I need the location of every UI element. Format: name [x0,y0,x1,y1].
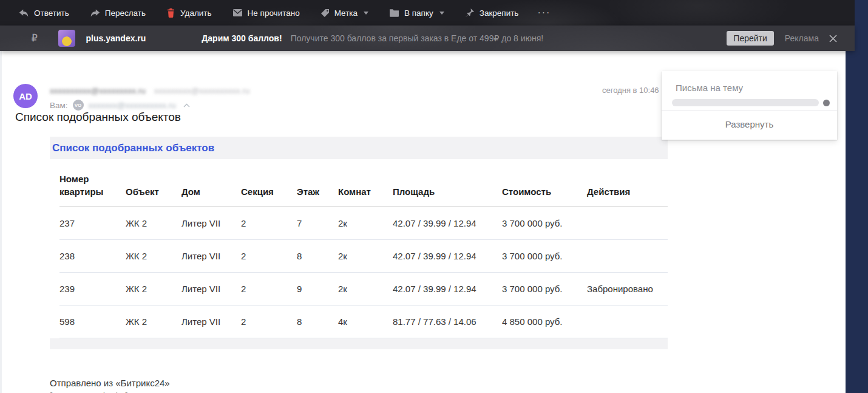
pin-label: Закрепить [480,9,519,18]
column-header: Номер квартиры [59,159,126,207]
to-label: Вам: [50,101,68,110]
cell-section: 2 [241,207,297,240]
table-row: 238 ЖК 2 Литер VII 2 8 2к 42.07 / 39.99 … [59,240,668,273]
column-header: Секция [241,159,297,207]
cell-building: Литер VII [181,207,241,240]
cell-price: 4 850 000 руб. [502,306,587,338]
cell-apartment-number: 238 [59,240,126,273]
table-row: 239 ЖК 2 Литер VII 2 9 2к 42.07 / 39.99 … [59,273,668,306]
redacted-meta-dot [823,100,830,106]
reply-label: Ответить [34,9,69,18]
cell-actions [587,240,668,273]
pin-button[interactable]: Закрепить [455,0,529,26]
table-row: 237 ЖК 2 Литер VII 2 7 2к 42.07 / 39.99 … [59,207,668,240]
delete-button[interactable]: Удалить [156,0,222,26]
column-header: Дом [181,159,241,207]
email-bottom-band [50,338,668,349]
cell-rooms: 2к [338,207,393,240]
cell-rooms: 4к [338,306,393,338]
cell-building: Литер VII [181,306,241,338]
cell-object: ЖК 2 [126,306,181,338]
cell-price: 3 700 000 руб. [502,273,587,306]
cell-area: 42.07 / 39.99 / 12.94 [393,273,502,306]
ad-go-button[interactable]: Перейти [727,31,773,46]
close-icon[interactable] [829,34,838,43]
email-footer-clipped-text: [ ... 40000 ... | 4 | 2] [50,389,668,393]
sender-address-redacted[interactable]: xxxxxxxxxx@xxxxxxxxx.ru [50,86,146,95]
sender-avatar[interactable]: AD [13,84,38,108]
chevron-down-icon [439,12,444,15]
cell-floor: 8 [297,306,338,338]
redacted-subject-pill [672,99,819,106]
cell-area: 81.77 / 77.63 / 14.06 [393,306,502,338]
cell-actions [587,306,668,338]
email-heading: Список подобранных объектов [52,142,214,154]
objects-table: Номер квартиры Объект Дом Секция Этаж Ко… [59,159,668,338]
cell-apartment-number: 237 [59,207,126,240]
ad-thumbnail-image [58,30,75,47]
reply-button[interactable]: Ответить [8,0,80,26]
cell-rooms: 2к [338,240,393,273]
move-to-folder-label: В папку [404,9,433,18]
forward-label: Переслать [105,9,146,18]
label-menu-label: Метка [334,9,358,18]
cell-area: 42.07 / 39.99 / 12.94 [393,207,502,240]
mail-app-screen: Ответить Переслать Удалить [0,0,868,393]
cell-section: 2 [241,306,297,338]
cell-area: 42.07 / 39.99 / 12.94 [393,240,502,273]
sender-block: xxxxxxxxxx@xxxxxxxxx.ru xxxxxxxxx@xxxxxx… [50,86,249,111]
ad-highlight-text: Дарим 300 баллов! [202,33,282,43]
cell-building: Литер VII [181,240,241,273]
message-toolbar: Ответить Переслать Удалить [0,0,855,26]
cell-price: 3 700 000 руб. [502,240,587,273]
ad-domain-link[interactable]: plus.yandex.ru [86,33,146,43]
move-to-folder-button[interactable]: В папку [379,0,455,26]
email-footer-text: Отправлено из «Битрикс24» [50,377,668,389]
forward-icon [90,9,100,18]
related-messages-title: Письма на тему [662,71,837,93]
cell-object: ЖК 2 [126,273,181,306]
more-actions-button[interactable]: ··· [529,7,559,18]
ad-description-text: Получите 300 баллов за первый заказ в Ед… [291,33,544,43]
table-row: 598 ЖК 2 Литер VII 2 8 4к 81.77 / 77.63 … [59,306,668,338]
cell-actions [587,207,668,240]
cell-floor: 8 [297,240,338,273]
related-message-item-redacted[interactable] [662,93,837,110]
column-header: Комнат [338,159,393,207]
cell-section: 2 [241,273,297,306]
chevron-up-icon[interactable] [183,103,190,108]
cell-section: 2 [241,240,297,273]
tag-icon [320,9,330,18]
folder-icon [389,9,399,17]
cell-actions: Забронировано [587,273,668,306]
related-messages-panel: Письма на тему Развернуть [662,71,837,140]
mail-icon [232,9,243,17]
forward-button[interactable]: Переслать [80,0,156,26]
cell-apartment-number: 239 [59,273,126,306]
cell-floor: 7 [297,207,338,240]
column-header: Этаж [297,159,338,207]
expand-thread-button[interactable]: Развернуть [662,111,837,140]
label-menu-button[interactable]: Метка [310,0,379,26]
ad-label: Реклама [785,33,819,43]
cell-floor: 9 [297,273,338,306]
sender-secondary-address-redacted[interactable]: xxxxxxxxx@xxxxxxxxxx.ru [154,86,250,95]
ruble-icon: ₽ [32,33,38,44]
cell-object: ЖК 2 [126,207,181,240]
cell-price: 3 700 000 руб. [502,207,587,240]
mark-unread-button[interactable]: Не прочитано [222,0,310,26]
reply-icon [19,9,29,18]
pin-icon [465,8,475,18]
cell-rooms: 2к [338,273,393,306]
recipient-avatar: VO [73,100,84,111]
table-header-row: Номер квартиры Объект Дом Секция Этаж Ко… [59,159,668,207]
email-body: Список подобранных объектов Номер кварти… [50,137,668,393]
column-header: Действия [587,159,668,207]
column-header: Площадь [393,159,502,207]
cell-building: Литер VII [181,273,241,306]
email-heading-band: Список подобранных объектов [50,137,668,159]
message-view: Список подобранных объектов след. → AD x… [0,51,846,393]
column-header: Стоимость [502,159,587,207]
cell-object: ЖК 2 [126,240,181,273]
recipient-address-redacted[interactable]: xxxxxxx@xxxxxxxxxx.ru [89,101,176,110]
